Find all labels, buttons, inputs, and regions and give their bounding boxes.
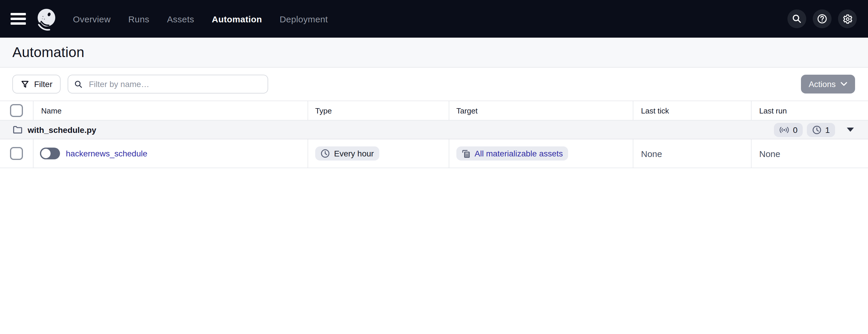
toolbar: Filter Actions xyxy=(0,68,868,100)
target-assets-badge[interactable]: All materializable assets xyxy=(456,146,568,160)
column-header-type: Type xyxy=(308,101,449,120)
last-tick-value: None xyxy=(641,149,662,158)
search-input-icon xyxy=(74,80,83,89)
menu-icon[interactable] xyxy=(6,7,30,31)
primary-nav: Overview Runs Assets Automation Deployme… xyxy=(73,14,328,24)
chevron-down-icon xyxy=(840,82,847,86)
row-name-cell: hackernews_schedule xyxy=(33,139,308,168)
nav-item-overview[interactable]: Overview xyxy=(73,14,111,24)
automation-table: Name Type Target Last tick Last run with… xyxy=(0,100,868,168)
group-name: with_schedule.py xyxy=(28,125,96,134)
clock-icon xyxy=(812,125,822,134)
target-assets-label: All materializable assets xyxy=(474,149,563,158)
clock-icon xyxy=(320,149,330,158)
column-header-target-label: Target xyxy=(456,106,477,115)
schedule-toggle[interactable] xyxy=(40,148,60,159)
column-header-last-run-label: Last run xyxy=(759,106,787,115)
search-input[interactable] xyxy=(88,79,262,89)
search-box xyxy=(68,75,268,93)
schedule-count-badge: 1 xyxy=(807,123,835,137)
app-window: Overview Runs Assets Automation Deployme… xyxy=(0,0,868,334)
gear-icon[interactable] xyxy=(838,9,857,28)
actions-button[interactable]: Actions xyxy=(801,75,855,93)
nav-item-runs[interactable]: Runs xyxy=(128,14,149,24)
table-row: hackernews_schedule Every hour xyxy=(0,139,868,168)
nav-item-automation[interactable]: Automation xyxy=(212,14,262,24)
help-icon[interactable] xyxy=(813,9,832,28)
column-header-target: Target xyxy=(449,101,633,120)
sensor-icon xyxy=(779,125,789,134)
select-all-checkbox[interactable] xyxy=(10,104,23,117)
assets-icon xyxy=(462,149,470,158)
group-row[interactable]: with_schedule.py 0 xyxy=(0,121,868,139)
filter-button[interactable]: Filter xyxy=(12,75,61,93)
row-last-tick-cell: None xyxy=(633,139,751,168)
schedule-name-link[interactable]: hackernews_schedule xyxy=(66,149,147,158)
expand-caret-icon[interactable] xyxy=(847,128,854,132)
page-title: Automation xyxy=(12,44,84,61)
sensor-count-badge: 0 xyxy=(774,123,803,137)
row-checkbox-cell xyxy=(0,139,33,168)
schedule-count: 1 xyxy=(825,125,830,134)
top-nav-bar: Overview Runs Assets Automation Deployme… xyxy=(0,0,868,38)
actions-button-label: Actions xyxy=(809,80,836,89)
row-checkbox[interactable] xyxy=(10,147,23,160)
row-last-run-cell: None xyxy=(751,139,868,168)
header-checkbox-cell xyxy=(0,101,33,120)
column-header-last-tick-label: Last tick xyxy=(641,106,669,115)
schedule-type-badge: Every hour xyxy=(315,146,379,160)
nav-item-assets[interactable]: Assets xyxy=(167,14,194,24)
column-header-type-label: Type xyxy=(315,106,332,115)
group-row-counts: 0 1 xyxy=(774,123,854,137)
funnel-icon xyxy=(21,80,29,89)
last-run-value: None xyxy=(759,149,780,158)
page-header: Automation xyxy=(0,38,868,68)
schedule-type-label: Every hour xyxy=(334,149,374,158)
toggle-knob xyxy=(40,148,52,159)
column-header-last-tick: Last tick xyxy=(633,101,751,120)
group-row-left: with_schedule.py xyxy=(13,125,96,134)
dagster-logo xyxy=(34,6,59,31)
sensor-count: 0 xyxy=(793,125,798,134)
filter-button-label: Filter xyxy=(34,80,52,89)
column-header-name-label: Name xyxy=(41,106,61,115)
topbar-actions xyxy=(787,9,868,28)
folder-icon xyxy=(13,125,22,134)
search-icon[interactable] xyxy=(787,9,806,28)
table-header-row: Name Type Target Last tick Last run xyxy=(0,100,868,121)
nav-item-deployment[interactable]: Deployment xyxy=(280,14,328,24)
row-type-cell: Every hour xyxy=(308,139,449,168)
column-header-last-run: Last run xyxy=(751,101,868,120)
row-target-cell: All materializable assets xyxy=(449,139,633,168)
column-header-name: Name xyxy=(33,101,308,120)
